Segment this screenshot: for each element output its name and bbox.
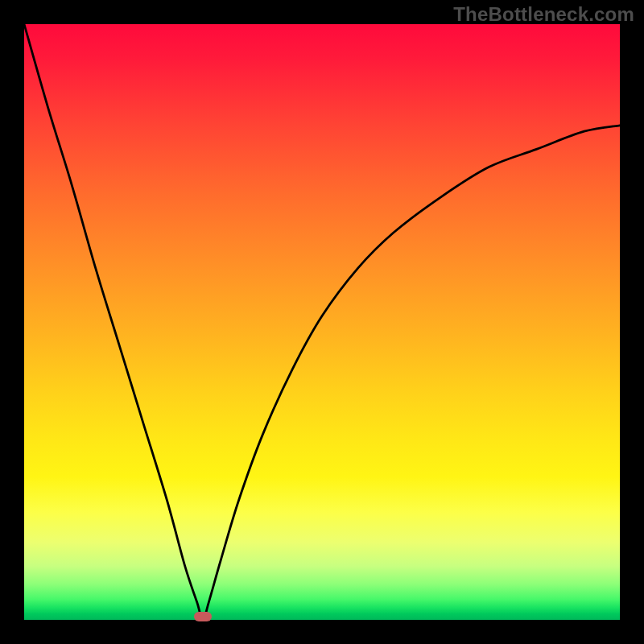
chart-frame: TheBottleneck.com [0, 0, 644, 644]
plot-area [24, 24, 620, 620]
optimal-point-marker [194, 612, 212, 621]
bottleneck-curve [24, 24, 620, 620]
watermark-text: TheBottleneck.com [453, 3, 634, 26]
